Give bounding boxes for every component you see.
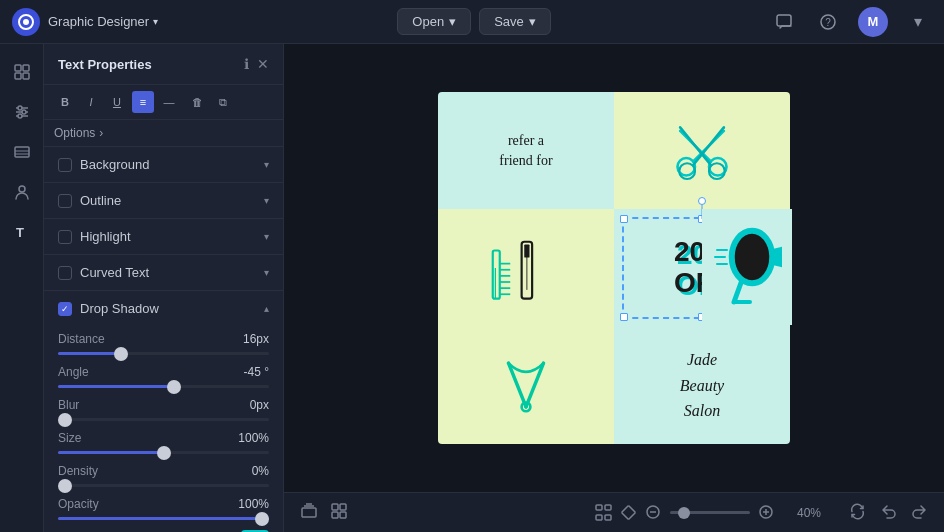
density-value: 0% — [229, 464, 269, 478]
blur-value: 0px — [229, 398, 269, 412]
topbar: Graphic Designer ▾ Open ▾ Save ▾ ? M — [0, 0, 944, 44]
drop-shadow-chevron: ▴ — [264, 303, 269, 314]
angle-slider[interactable] — [58, 385, 269, 388]
svg-rect-56 — [605, 515, 611, 520]
blur-slider[interactable] — [58, 418, 269, 421]
options-button[interactable]: Options › — [54, 126, 103, 140]
tool-btn-copy[interactable]: ⧉ — [212, 91, 234, 113]
zoom-controls: 40% — [595, 504, 821, 521]
angle-slider-fill — [58, 385, 174, 388]
svg-rect-29 — [493, 250, 500, 298]
background-checkbox[interactable] — [58, 158, 72, 172]
opacity-row: Opacity 100% — [58, 497, 269, 511]
app-logo[interactable] — [12, 8, 40, 36]
redo-icon[interactable] — [911, 503, 928, 523]
opacity-slider-thumb[interactable] — [255, 512, 269, 526]
svg-point-12 — [18, 106, 22, 110]
help-icon[interactable]: ? — [814, 8, 842, 36]
svg-point-42 — [736, 235, 768, 279]
panel-info-icon[interactable]: ℹ — [244, 56, 249, 72]
handle-bl — [620, 313, 628, 321]
size-slider-thumb[interactable] — [157, 446, 171, 460]
panel-close-icon[interactable]: ✕ — [257, 56, 269, 72]
accordion-drop-shadow-header[interactable]: Drop Shadow ▴ — [44, 291, 283, 326]
comb-razor-icon — [486, 233, 566, 303]
svg-rect-39 — [524, 244, 529, 257]
density-slider-thumb[interactable] — [58, 479, 72, 493]
bottom-right-icons — [849, 503, 928, 523]
cell-mid-left — [438, 209, 614, 326]
distance-label: Distance — [58, 332, 229, 346]
hairdryer-cell — [702, 209, 792, 325]
size-row: Size 100% — [58, 431, 269, 445]
undo-icon[interactable] — [880, 503, 897, 523]
sidebar-item-elements[interactable] — [6, 56, 38, 88]
angle-slider-thumb[interactable] — [167, 380, 181, 394]
tool-btn-underline[interactable]: U — [106, 91, 128, 113]
accordion-highlight-header[interactable]: Highlight ▾ — [44, 219, 283, 254]
distance-row: Distance 16px — [58, 332, 269, 346]
svg-rect-8 — [23, 73, 29, 79]
curved-text-chevron: ▾ — [264, 267, 269, 278]
svg-rect-15 — [15, 147, 29, 157]
highlight-checkbox[interactable] — [58, 230, 72, 244]
cell-top-right — [614, 92, 790, 209]
angle-row: Angle -45 ° — [58, 365, 269, 379]
highlight-label: Highlight — [80, 229, 256, 244]
accordion-background-header[interactable]: Background ▾ — [44, 147, 283, 182]
distance-slider-thumb[interactable] — [114, 347, 128, 361]
zoom-out-icon[interactable] — [645, 504, 662, 521]
panel-toolbar: B I U ≡ — 🗑 ⧉ — [44, 85, 283, 120]
avatar[interactable]: M — [858, 7, 888, 37]
drop-shadow-checkbox[interactable] — [58, 302, 72, 316]
svg-rect-52 — [340, 512, 346, 518]
background-label: Background — [80, 157, 256, 172]
svg-rect-54 — [605, 505, 611, 510]
blur-slider-thumb[interactable] — [58, 413, 72, 427]
accordion-outline-header[interactable]: Outline ▾ — [44, 183, 283, 218]
sidebar-item-people[interactable] — [6, 176, 38, 208]
tool-btn-dash[interactable]: — — [158, 91, 180, 113]
size-slider[interactable] — [58, 451, 269, 454]
fit-screen-icon[interactable] — [595, 504, 612, 521]
sidebar-item-text[interactable]: T — [6, 216, 38, 248]
cell-bottom-right: Jade Beauty Salon — [614, 327, 790, 444]
zoom-in-icon[interactable] — [758, 504, 775, 521]
account-chevron-icon[interactable]: ▾ — [904, 8, 932, 36]
zoom-slider-thumb[interactable] — [678, 507, 690, 519]
size-label: Size — [58, 431, 229, 445]
svg-rect-55 — [596, 515, 602, 520]
svg-rect-46 — [302, 508, 316, 517]
salon-name-text: Jade Beauty Salon — [680, 347, 724, 424]
background-chevron: ▾ — [264, 159, 269, 170]
tool-btn-align[interactable]: ≡ — [132, 91, 154, 113]
sidebar-item-layers[interactable] — [6, 136, 38, 168]
resize-icon[interactable] — [620, 504, 637, 521]
density-slider[interactable] — [58, 484, 269, 487]
sidebar-item-adjust[interactable] — [6, 96, 38, 128]
tool-btn-italic[interactable]: I — [80, 91, 102, 113]
drop-shadow-content: Distance 16px Angle -45 ° — [44, 326, 283, 532]
svg-rect-53 — [596, 505, 602, 510]
open-chevron: ▾ — [449, 14, 456, 29]
handle-tl — [620, 215, 628, 223]
layers-view-icon[interactable] — [300, 502, 318, 523]
topbar-right: ? M ▾ — [770, 7, 932, 37]
curved-text-checkbox[interactable] — [58, 266, 72, 280]
svg-rect-5 — [15, 65, 21, 71]
tool-btn-bold[interactable]: B — [54, 91, 76, 113]
refresh-icon[interactable] — [849, 503, 866, 523]
canvas-container[interactable]: refer a friend for — [284, 44, 944, 492]
grid-view-icon[interactable] — [330, 502, 348, 523]
outline-checkbox[interactable] — [58, 194, 72, 208]
opacity-slider[interactable] — [58, 517, 269, 520]
accordion-curved-text-header[interactable]: Curved Text ▾ — [44, 255, 283, 290]
chat-icon[interactable] — [770, 8, 798, 36]
tool-btn-delete[interactable]: 🗑 — [186, 91, 208, 113]
zoom-slider[interactable] — [670, 511, 750, 514]
app-name[interactable]: Graphic Designer ▾ — [48, 14, 158, 29]
distance-value: 16px — [229, 332, 269, 346]
open-button[interactable]: Open ▾ — [397, 8, 471, 35]
distance-slider[interactable] — [58, 352, 269, 355]
save-button[interactable]: Save ▾ — [479, 8, 551, 35]
